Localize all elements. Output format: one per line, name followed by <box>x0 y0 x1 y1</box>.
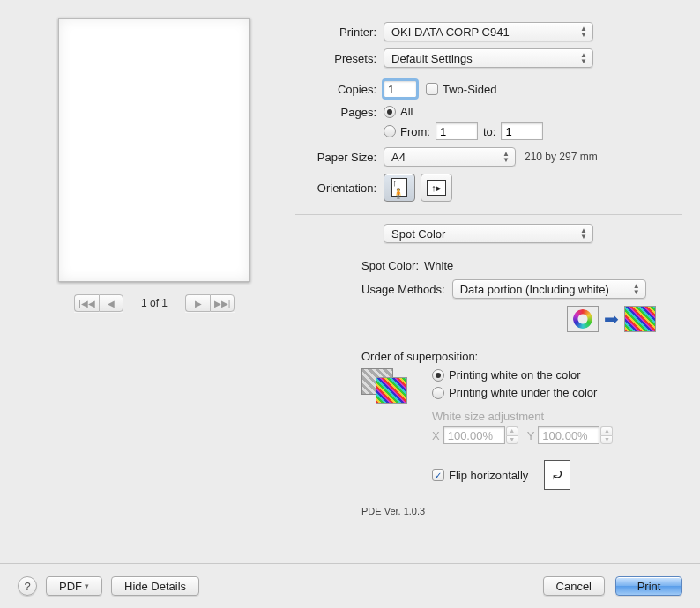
usage-methods-label: Usage Methods: <box>361 283 445 296</box>
main-area: |◀◀ ◀ 1 of 1 ▶ ▶▶| Printer: OKI DATA COR… <box>0 0 700 516</box>
x-percent-input <box>443 426 505 444</box>
last-page-button[interactable]: ▶▶| <box>210 294 235 312</box>
paper-size-select[interactable]: A4 ▲▼ <box>384 147 516 167</box>
superposition-icon <box>361 368 406 399</box>
usage-before-icon <box>567 306 599 332</box>
preview-nav: |◀◀ ◀ 1 of 1 ▶ ▶▶| <box>74 294 235 312</box>
pages-label: Pages: <box>295 105 384 119</box>
orientation-label: Orientation: <box>295 182 384 195</box>
person-landscape-icon: ↑▸ <box>427 180 446 196</box>
panel-select-value: Spot Color <box>391 227 445 241</box>
presets-label: Presets: <box>295 52 384 65</box>
pdf-menu-button[interactable]: PDF <box>46 576 102 596</box>
y-percent-input <box>538 426 599 444</box>
next-page-button[interactable]: ▶ <box>185 294 210 312</box>
pages-all-radio[interactable] <box>384 106 396 118</box>
person-portrait-icon: ↑ 🧍 <box>391 178 407 197</box>
pages-from-label: From: <box>400 125 430 138</box>
copies-label: Copies: <box>295 83 384 96</box>
super-white-on-color-radio[interactable] <box>432 369 444 382</box>
white-size-adjustment-label: White size adjustment <box>432 410 682 423</box>
x-stepper: ▲▼ <box>506 426 518 444</box>
hide-details-button[interactable]: Hide Details <box>111 576 199 596</box>
page-indicator: 1 of 1 <box>132 297 176 309</box>
spot-color-section: Spot Color: White Usage Methods: Data po… <box>295 259 682 490</box>
order-superposition-label: Order of superposition: <box>361 350 682 363</box>
settings-column: Printer: OKI DATA CORP C941 ▲▼ Presets: … <box>291 18 682 516</box>
prev-page-button[interactable]: ◀ <box>99 294 123 312</box>
usage-after-icon <box>624 306 656 332</box>
pages-from-radio[interactable] <box>384 125 396 137</box>
usage-methods-select[interactable]: Data portion (Including white) ▲▼ <box>452 279 646 299</box>
y-stepper: ▲▼ <box>600 426 613 444</box>
printer-select-value: OKI DATA CORP C941 <box>391 26 510 39</box>
printer-select[interactable]: OKI DATA CORP C941 ▲▼ <box>384 22 593 41</box>
flip-horizontally-label: Flip horizontally <box>449 469 528 482</box>
paper-size-label: Paper Size: <box>295 151 384 164</box>
paper-size-value: A4 <box>391 151 406 164</box>
usage-methods-value: Data portion (Including white) <box>460 283 609 296</box>
help-button[interactable]: ? <box>18 576 37 596</box>
page-preview <box>58 18 250 282</box>
footer: ? PDF Hide Details Cancel Print <box>0 563 700 608</box>
flip-horizontally-checkbox[interactable]: ✓ <box>432 469 444 481</box>
pages-to-input[interactable] <box>501 122 543 140</box>
two-sided-label: Two-Sided <box>443 83 496 96</box>
print-dialog: |◀◀ ◀ 1 of 1 ▶ ▶▶| Printer: OKI DATA COR… <box>0 0 700 608</box>
hide-details-label: Hide Details <box>124 580 186 593</box>
pdf-menu-label: PDF <box>59 580 82 593</box>
divider-top <box>295 214 682 215</box>
printer-label: Printer: <box>295 26 384 39</box>
cancel-label: Cancel <box>556 580 592 593</box>
two-sided-checkbox[interactable] <box>426 83 438 95</box>
pde-version: PDE Ver. 1.0.3 <box>295 506 682 516</box>
y-label: Y <box>527 429 535 442</box>
spot-color-value: White <box>424 259 453 272</box>
orientation-landscape-button[interactable]: ↑▸ <box>421 174 452 202</box>
paper-size-dimensions: 210 by 297 mm <box>525 151 598 163</box>
print-label: Print <box>637 580 661 593</box>
super-white-under-color-radio[interactable] <box>432 387 444 399</box>
panel-select[interactable]: Spot Color ▲▼ <box>384 224 593 243</box>
pages-all-label: All <box>400 105 413 118</box>
copies-input[interactable] <box>384 80 417 98</box>
presets-select-value: Default Settings <box>391 52 473 65</box>
first-page-button[interactable]: |◀◀ <box>74 294 99 312</box>
preview-column: |◀◀ ◀ 1 of 1 ▶ ▶▶| <box>18 18 291 516</box>
flip-preview-icon: ⤾ <box>544 460 570 490</box>
pages-from-input[interactable] <box>436 122 478 140</box>
pages-to-label: to: <box>483 125 495 138</box>
cancel-button[interactable]: Cancel <box>543 576 605 596</box>
super-white-under-color-label: Printing white under the color <box>449 386 597 399</box>
super-white-on-color-label: Printing white on the color <box>449 368 581 382</box>
x-label: X <box>432 429 440 442</box>
print-button[interactable]: Print <box>615 576 682 596</box>
spot-color-label: Spot Color: <box>361 259 419 272</box>
presets-select[interactable]: Default Settings ▲▼ <box>384 48 593 68</box>
arrow-right-icon: ➡ <box>604 308 619 330</box>
orientation-portrait-button[interactable]: ↑ 🧍 <box>384 174 415 202</box>
